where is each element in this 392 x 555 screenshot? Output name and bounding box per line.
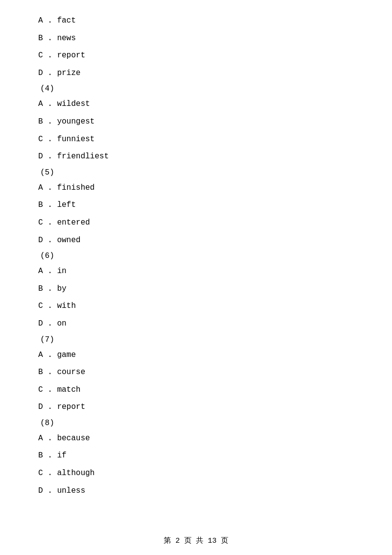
- option-group4-b: B . youngest: [38, 116, 354, 128]
- page-footer: 第 2 页 共 13 页: [0, 536, 392, 545]
- option-group8-c: C . although: [38, 467, 354, 480]
- footer-text: 第 2 页 共 13 页: [164, 537, 228, 545]
- section-label-group8: (8): [38, 419, 354, 428]
- option-group8-b: B . if: [38, 450, 354, 462]
- option-group3-b: B . news: [38, 32, 354, 45]
- option-group3-a: A . fact: [38, 15, 354, 27]
- section-label-group6: (6): [38, 252, 354, 260]
- option-group3-d: D . prize: [38, 67, 354, 80]
- option-group5-d: D . owned: [38, 234, 354, 247]
- section-label-group7: (7): [38, 335, 354, 344]
- main-content: A . factB . newsC . reportD . prize(4)A …: [0, 0, 392, 531]
- option-group4-a: A . wildest: [38, 98, 354, 111]
- option-group5-c: C . entered: [38, 217, 354, 229]
- option-group8-a: A . because: [38, 432, 354, 445]
- option-group6-d: D . on: [38, 318, 354, 330]
- option-group7-b: B . course: [38, 366, 354, 379]
- option-group6-a: A . in: [38, 265, 354, 278]
- option-group5-b: B . left: [38, 199, 354, 212]
- option-group6-b: B . by: [38, 283, 354, 296]
- option-group3-c: C . report: [38, 50, 354, 62]
- option-group6-c: C . with: [38, 300, 354, 313]
- option-group4-c: C . funniest: [38, 133, 354, 146]
- option-group7-c: C . match: [38, 384, 354, 397]
- option-group7-a: A . game: [38, 349, 354, 362]
- option-group7-d: D . report: [38, 401, 354, 414]
- option-group8-d: D . unless: [38, 485, 354, 498]
- option-group5-a: A . finished: [38, 182, 354, 195]
- option-group4-d: D . friendliest: [38, 151, 354, 163]
- section-label-group5: (5): [38, 168, 354, 177]
- section-label-group4: (4): [38, 84, 354, 93]
